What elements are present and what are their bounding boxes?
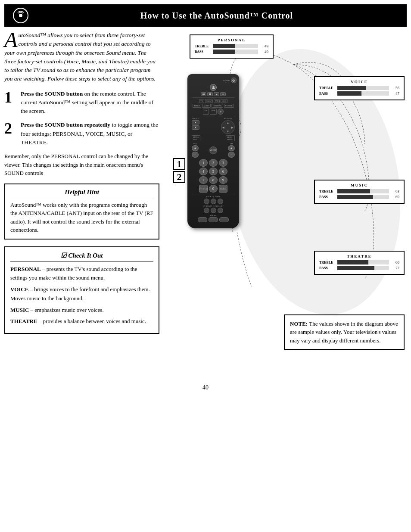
- check-theatre: THEATRE – provides a balance between voi…: [10, 317, 153, 326]
- vol-up-button[interactable]: +: [192, 145, 199, 151]
- rewind-button[interactable]: ⏮: [201, 92, 206, 96]
- personal-treble-row: TREBLE 49: [195, 44, 268, 48]
- num-1[interactable]: 1: [199, 159, 208, 167]
- music-title: MUSIC: [319, 183, 399, 187]
- status-button[interactable]: STATUSINFO: [192, 135, 200, 141]
- surr-button[interactable]: SURR: [219, 185, 227, 193]
- dpad-area: PICTURE ▲ ▼ ◀ ▶: [221, 118, 235, 134]
- reminder-text: Remember, only the PERSONAL control can …: [4, 152, 159, 177]
- num-6[interactable]: 6: [219, 168, 227, 175]
- ch-area: CH + −: [228, 143, 235, 158]
- music-bass-value: 69: [391, 195, 399, 199]
- note-box: NOTE: The values shown in the diagram ab…: [284, 314, 405, 350]
- philips-btn-3[interactable]: [219, 217, 229, 222]
- step-1: 1 Press the SOUND button on the remote c…: [4, 90, 159, 116]
- activ-button[interactable]: ACTIV: [202, 104, 211, 108]
- freeze-button[interactable]: FREEZE: [224, 104, 234, 108]
- rec-label: REC ●: [206, 196, 211, 198]
- vid-button[interactable]: VID: [214, 99, 220, 103]
- theatre-treble-row: TREBLE 60: [319, 260, 399, 264]
- off-button[interactable]: OFF: [210, 109, 217, 115]
- check-it-out-title: ☑Check It Out: [10, 252, 153, 261]
- personal-panel: PERSONAL TREBLE 49 BASS 49: [190, 34, 274, 59]
- remote-control: POWER ⏻ ⏻ ⏮ ⏹ ▶ ⏭ TV SWAP: [187, 74, 239, 228]
- tv-button[interactable]: TV: [199, 99, 204, 103]
- step-2-number: 2: [4, 121, 16, 147]
- prog-list-button[interactable]: [218, 208, 223, 213]
- rec-button[interactable]: [204, 199, 209, 204]
- av-button[interactable]: [204, 208, 209, 213]
- personal-treble-label: TREBLE: [195, 44, 211, 48]
- menu-button[interactable]: MENUSELECT: [226, 135, 235, 141]
- acc-button[interactable]: ACC: [221, 99, 227, 103]
- mute-button[interactable]: MUTE: [209, 146, 217, 154]
- check-it-out-content: PERSONAL – presents the TV's sound accor…: [10, 265, 153, 327]
- num-8[interactable]: 8: [209, 176, 218, 184]
- voice-bass-row: BASS 47: [319, 91, 399, 96]
- play-button[interactable]: ▶: [214, 92, 219, 96]
- sleep-button[interactable]: [218, 199, 223, 204]
- voice-treble-label: TREBLE: [319, 86, 336, 90]
- personal-bass-label: BASS: [195, 50, 211, 54]
- ch-down-button[interactable]: −: [228, 152, 235, 158]
- tv-vcr-button[interactable]: TV/VCR: [199, 185, 208, 193]
- music-treble-label: TREBLE: [319, 190, 336, 193]
- vol-down-button[interactable]: −: [192, 152, 199, 158]
- helpful-hint-box: Helpful Hint AutoSound™ works only with …: [4, 184, 159, 240]
- swap-button[interactable]: SWAP: [205, 99, 213, 103]
- drop-cap: A: [4, 31, 19, 48]
- voice-panel: VOICE TREBLE 56 BASS 47: [314, 76, 405, 100]
- num-4[interactable]: 4: [199, 168, 208, 175]
- svg-point-0: [19, 14, 22, 17]
- dolby-button[interactable]: [211, 208, 216, 213]
- stop-button[interactable]: ⏹: [207, 92, 213, 96]
- pip-button[interactable]: P: [218, 109, 224, 115]
- personal-bass-value: 49: [260, 50, 268, 54]
- philips-btn-1[interactable]: [198, 217, 207, 222]
- av-label: AV: [203, 205, 206, 207]
- music-panel: MUSIC TREBLE 63 BASS 69: [314, 180, 405, 204]
- step-2-text: Press the SOUND button repeatedly to tog…: [21, 121, 159, 147]
- dolby-label: DOLBY V: [206, 205, 214, 207]
- note-bold: NOTE:: [290, 320, 308, 327]
- num-7[interactable]: 7: [199, 176, 208, 184]
- theatre-treble-bar: [337, 260, 389, 264]
- dpad[interactable]: ▲ ▼ ◀ ▶: [221, 120, 235, 134]
- ch-up-button[interactable]: +: [228, 145, 235, 151]
- control-button[interactable]: CONTROL: [212, 104, 223, 108]
- num-3[interactable]: 3: [219, 159, 227, 167]
- on-button[interactable]: ON: [203, 109, 209, 115]
- main-content: A utoSound™ allows you to select from th…: [0, 27, 411, 380]
- remote-area: PERSONAL TREBLE 49 BASS 49: [164, 31, 407, 358]
- sound-control-area: SOUND ▲ ▼: [192, 118, 199, 130]
- cc-button[interactable]: [211, 199, 216, 204]
- philips-btn-2[interactable]: [209, 217, 218, 222]
- pip-ch-button[interactable]: PIP CH: [193, 104, 201, 108]
- step-2: 2 Press the SOUND button repeatedly to t…: [4, 121, 159, 147]
- voice-treble-bar: [337, 86, 389, 90]
- page-header: How to Use the AutoSound™ Control: [4, 4, 407, 27]
- philips-label: PHILIPS: [210, 215, 217, 217]
- sound-down-button[interactable]: ▼: [192, 125, 199, 130]
- check-personal: PERSONAL – presents the TV's sound accor…: [10, 265, 153, 283]
- music-treble-row: TREBLE 63: [319, 189, 399, 193]
- voice-treble-value: 56: [391, 86, 399, 90]
- check-music: MUSIC – emphasizes music over voices.: [10, 306, 153, 315]
- sound-button[interactable]: ▲: [192, 120, 199, 124]
- num-9[interactable]: 9: [219, 176, 227, 184]
- left-column: A utoSound™ allows you to select from th…: [4, 31, 164, 376]
- num-5[interactable]: 5: [209, 168, 218, 175]
- helpful-hint-title: Helpful Hint: [10, 189, 153, 198]
- fastforward-button[interactable]: ⏭: [220, 92, 226, 96]
- power-label: POWER: [223, 79, 230, 81]
- step-labels: 1 2: [173, 158, 185, 183]
- power-button[interactable]: ⏻: [231, 78, 237, 83]
- num-2[interactable]: 2: [209, 159, 218, 167]
- standby-button[interactable]: ⏻: [210, 84, 217, 91]
- num-0[interactable]: 0: [209, 185, 218, 193]
- picture-label: PICTURE: [224, 118, 232, 120]
- cc-label: CC: [212, 196, 214, 198]
- step-1-number: 1: [4, 90, 16, 116]
- step-2-bold: Press the SOUND button repeatedly: [21, 121, 110, 128]
- check-it-out-label: Check It Out: [68, 252, 103, 259]
